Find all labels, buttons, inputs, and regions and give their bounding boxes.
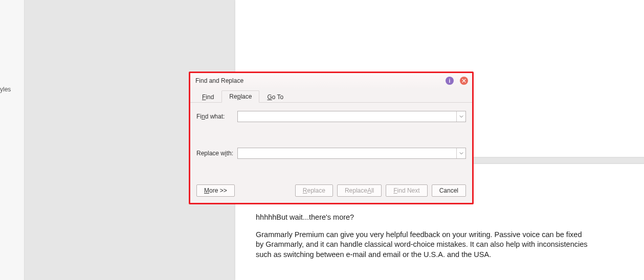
doc-paragraph[interactable]: Grammarly Premium can give you very help… xyxy=(256,230,588,260)
tab-goto[interactable]: Go To xyxy=(259,91,291,103)
chevron-down-icon[interactable] xyxy=(456,148,465,158)
replace-with-field[interactable] xyxy=(238,148,456,158)
fields-area: Find what: Replace with: xyxy=(190,103,472,159)
find-replace-dialog: Find and Replace i Find Replace Go To Fi… xyxy=(189,72,474,204)
replace-with-input[interactable] xyxy=(237,148,466,159)
find-next-button[interactable]: Find Next xyxy=(386,184,427,197)
tab-find[interactable]: Find xyxy=(194,91,221,103)
tab-replace[interactable]: Replace xyxy=(221,90,259,103)
document-body-text[interactable]: hhhhhBut wait...there's more? Grammarly … xyxy=(256,213,588,267)
info-icon[interactable]: i xyxy=(446,77,454,85)
dialog-titlebar[interactable]: Find and Replace i xyxy=(190,73,472,88)
chevron-down-icon[interactable] xyxy=(456,111,465,122)
button-row: More >> Replace Replace All Find Next Ca… xyxy=(196,184,466,197)
replace-button[interactable]: Replace xyxy=(295,184,333,197)
replace-with-row: Replace with: xyxy=(196,148,466,159)
styles-label: yles xyxy=(0,86,11,93)
styles-pane: yles xyxy=(0,0,25,280)
dialog-body: Find Replace Go To Find what: Replace wi… xyxy=(190,88,472,203)
doc-line-1[interactable]: hhhhhBut wait...there's more? xyxy=(256,213,588,223)
find-what-input[interactable] xyxy=(237,111,466,122)
find-what-row: Find what: xyxy=(196,111,466,122)
replace-all-button[interactable]: Replace All xyxy=(337,184,382,197)
find-what-field[interactable] xyxy=(238,111,456,122)
dialog-title: Find and Replace xyxy=(195,77,446,84)
find-what-label: Find what: xyxy=(196,113,237,120)
close-icon[interactable] xyxy=(460,77,468,85)
cancel-button[interactable]: Cancel xyxy=(432,184,466,197)
replace-with-label: Replace with: xyxy=(196,150,237,157)
tab-strip: Find Replace Go To xyxy=(190,88,472,103)
more-button[interactable]: More >> xyxy=(196,184,235,197)
